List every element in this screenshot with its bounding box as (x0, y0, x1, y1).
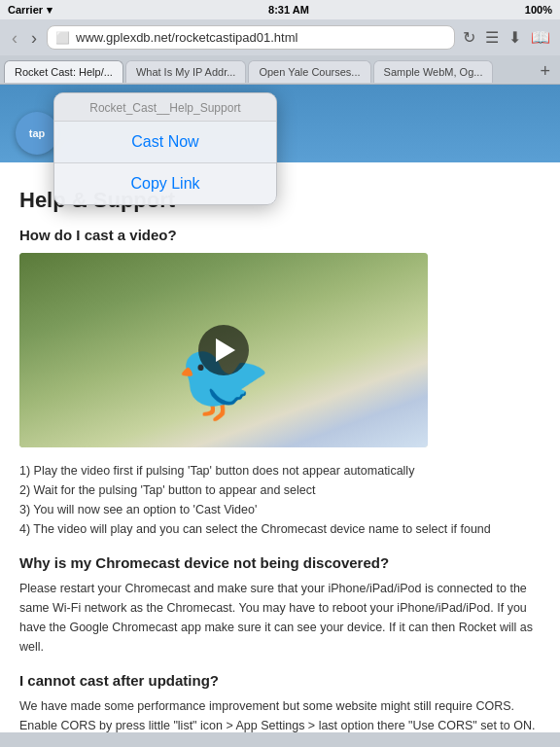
context-menu-title: Rocket_Cast__Help_Support (54, 93, 276, 122)
status-time: 8:31 AM (268, 4, 309, 16)
browser-toolbar: ‹ › ⬜ www.gplexdb.net/rocketcastipad01.h… (0, 19, 560, 55)
status-right: 100% (525, 4, 552, 16)
tap-button[interactable]: tap (16, 112, 58, 155)
play-triangle-icon (216, 338, 235, 362)
status-bar: Carrier ▾ 8:31 AM 100% (0, 0, 560, 19)
section2-question: Why is my Chromecast device not being di… (19, 554, 541, 571)
section1-question: How do I cast a video? (19, 227, 541, 243)
cast-now-button[interactable]: Cast Now (54, 122, 276, 163)
signal-icon: ▾ (47, 4, 52, 17)
section3-question: I cannot cast after updating? (19, 672, 541, 689)
back-button[interactable]: ‹ (8, 27, 21, 49)
step-3: 3) You will now see an option to 'Cast V… (19, 500, 541, 519)
tab-3[interactable]: Sample WebM, Og... (373, 60, 494, 83)
toolbar-actions: ↻ ☰ ⬇ 📖 (461, 26, 552, 49)
url-text: www.gplexdb.net/rocketcastipad01.html (76, 30, 446, 45)
step-2: 2) Wait for the pulsing 'Tap' button to … (19, 480, 541, 500)
page-icon: ⬜ (55, 31, 70, 45)
tabs-bar: Rocket Cast: Help/... What Is My IP Addr… (0, 55, 560, 84)
section3-body: We have made some performance improvemen… (19, 696, 541, 732)
context-menu: Rocket_Cast__Help_Support Cast Now Copy … (53, 92, 277, 205)
tab-2[interactable]: Open Yale Courses... (248, 60, 370, 83)
reader-button[interactable]: ☰ (483, 26, 501, 49)
status-left: Carrier ▾ (8, 4, 52, 17)
step-1: 1) Play the video first if pulsing 'Tap'… (19, 461, 541, 480)
tab-0[interactable]: Rocket Cast: Help/... (4, 60, 123, 83)
steps-list: 1) Play the video first if pulsing 'Tap'… (19, 461, 541, 539)
download-button[interactable]: ⬇ (507, 26, 523, 49)
main-area: tap Rocket_Cast__Help_Support Cast Now C… (0, 85, 560, 732)
new-tab-button[interactable]: + (534, 59, 556, 84)
forward-button[interactable]: › (27, 27, 41, 49)
carrier-label: Carrier (8, 4, 43, 16)
refresh-button[interactable]: ↻ (461, 26, 477, 49)
battery-label: 100% (525, 4, 552, 16)
play-button[interactable] (198, 325, 249, 375)
bookmark-button[interactable]: 📖 (529, 26, 552, 49)
tab-1[interactable]: What Is My IP Addr... (125, 60, 247, 83)
step-4: 4) The video will play and you can selec… (19, 519, 541, 539)
section2-body: Please restart your Chromecast and make … (19, 579, 541, 657)
address-bar[interactable]: ⬜ www.gplexdb.net/rocketcastipad01.html (47, 25, 455, 50)
browser-chrome: ‹ › ⬜ www.gplexdb.net/rocketcastipad01.h… (0, 19, 560, 85)
video-thumbnail[interactable]: 🐦 (19, 253, 428, 447)
copy-link-button[interactable]: Copy Link (54, 163, 276, 204)
